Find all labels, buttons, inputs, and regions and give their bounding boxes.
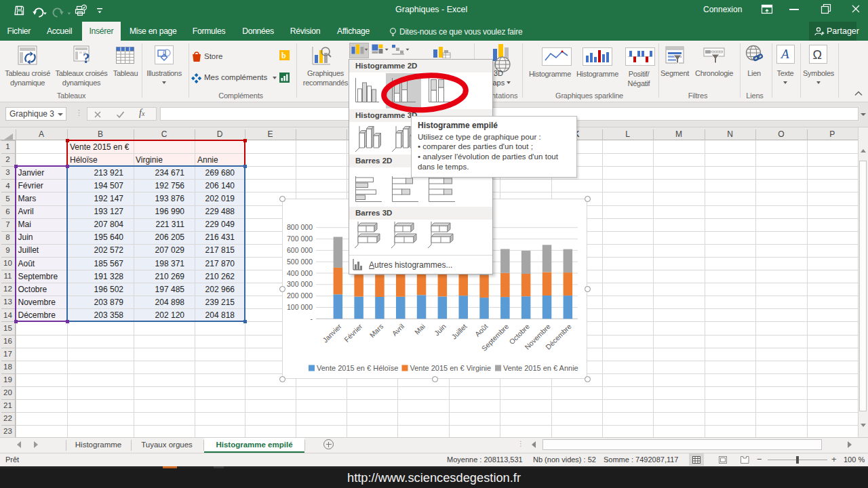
- svg-text:100 000: 100 000: [287, 303, 313, 311]
- svg-text:600 000: 600 000: [287, 246, 313, 254]
- svg-text:b: b: [281, 51, 286, 60]
- svg-text:?: ?: [83, 50, 90, 65]
- svg-text:Juillet: Juillet: [450, 322, 469, 341]
- svg-text:Février: Février: [342, 322, 364, 344]
- svg-text:Vente 2015 en € Virginie: Vente 2015 en € Virginie: [410, 364, 492, 372]
- svg-text:Ω: Ω: [813, 48, 822, 62]
- svg-text:700 000: 700 000: [287, 235, 313, 243]
- svg-text:300 000: 300 000: [287, 280, 313, 288]
- svg-text:500 000: 500 000: [287, 258, 313, 266]
- svg-text:200 000: 200 000: [287, 291, 313, 300]
- svg-text:400 000: 400 000: [287, 269, 313, 277]
- svg-text:Vente 2015 en € Héloïse: Vente 2015 en € Héloïse: [317, 364, 398, 372]
- svg-text:Juin: Juin: [433, 322, 448, 337]
- svg-text:-: -: [311, 314, 313, 323]
- svg-text:800 000: 800 000: [287, 223, 313, 231]
- svg-text:Mars: Mars: [368, 322, 384, 339]
- svg-text:Janvier: Janvier: [321, 322, 343, 344]
- svg-text:Mai: Mai: [413, 322, 427, 336]
- svg-text:Août: Août: [473, 322, 490, 338]
- svg-text:Avril: Avril: [390, 322, 406, 338]
- svg-text:Vente 2015 en € Annie: Vente 2015 en € Annie: [503, 364, 578, 372]
- svg-text:A: A: [780, 47, 789, 61]
